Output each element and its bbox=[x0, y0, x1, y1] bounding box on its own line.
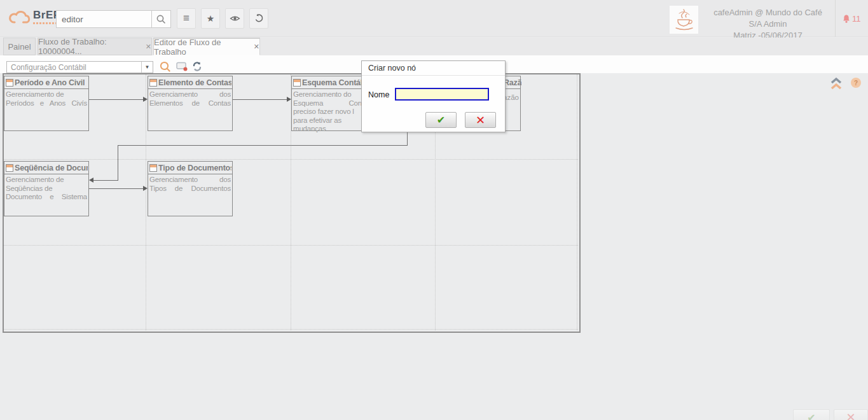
grid-row-divider bbox=[4, 159, 578, 160]
chevron-down-icon[interactable]: ▼ bbox=[141, 62, 153, 73]
arrowhead-icon bbox=[287, 97, 291, 102]
refresh-button[interactable] bbox=[192, 61, 202, 74]
collapse-header-button[interactable] bbox=[827, 76, 846, 92]
menu-icon: ≡ bbox=[183, 12, 189, 25]
zoom-icon bbox=[159, 60, 172, 73]
node-line: Períodos e Anos Civís bbox=[6, 99, 87, 108]
arrowhead-icon bbox=[89, 178, 93, 183]
connector-esquema-sequencia bbox=[407, 130, 408, 145]
eye-icon bbox=[230, 14, 240, 23]
user-role-line: cafeAdmin @ Mundo do Café S/A Admin bbox=[706, 7, 830, 30]
grid-column-divider bbox=[577, 74, 577, 330]
star-icon: ★ bbox=[207, 13, 215, 24]
node-description: Gerenciamento dos Elementos de Contas bbox=[148, 89, 232, 108]
node-header: Seqüência de Documento bbox=[4, 162, 88, 174]
menu-button[interactable]: ≡ bbox=[177, 8, 196, 29]
node-description: Gerenciamento de Períodos e Anos Civís bbox=[4, 89, 88, 108]
node-line: Elementos de Contas bbox=[149, 99, 231, 108]
node-description: Gerenciamento de Seqüências de Documento… bbox=[4, 174, 88, 202]
window-icon bbox=[149, 164, 157, 172]
global-search-input[interactable] bbox=[56, 10, 152, 28]
node-title: Esquema Contábil bbox=[302, 78, 369, 87]
dialog-title: Criar novo nó bbox=[362, 61, 505, 76]
node-title-fragment: Razã bbox=[504, 78, 521, 87]
tab-fluxo-de-trabalho[interactable]: Fluxo de Trabalho: 10000004... ✕ bbox=[38, 38, 152, 55]
name-label: Nome bbox=[368, 90, 389, 99]
node-line: Documento e Sistema bbox=[6, 193, 87, 202]
check-icon: ✔ bbox=[437, 114, 445, 126]
node-line: Gerenciamento dos bbox=[149, 176, 231, 185]
node-elemento-de-contas[interactable]: Elemento de Contas Gerenciamento dos Ele… bbox=[148, 76, 233, 131]
connector-esquema-sequencia bbox=[118, 145, 408, 146]
arrowhead-icon bbox=[143, 186, 148, 191]
tab-painel[interactable]: Painel bbox=[3, 38, 36, 55]
connector-periodo-elemento bbox=[89, 99, 143, 100]
views-button[interactable] bbox=[225, 8, 244, 29]
node-line: Tipos de Documentos bbox=[149, 185, 231, 193]
node-title: Elemento de Contas bbox=[158, 78, 231, 87]
node-line: Gerenciamento dos bbox=[149, 90, 231, 99]
notifications-button[interactable]: 11 bbox=[842, 14, 861, 24]
close-tab-icon[interactable]: ✕ bbox=[146, 43, 151, 51]
node-title: Tipo de Documentos bbox=[158, 164, 231, 172]
tenant-avatar[interactable] bbox=[670, 6, 698, 34]
help-button[interactable]: ? bbox=[851, 78, 861, 88]
dialog-confirm-button[interactable]: ✔ bbox=[425, 112, 457, 128]
window-icon bbox=[6, 164, 13, 172]
tab-editor-label: Editor de Fluxo de Trabalho bbox=[154, 38, 249, 57]
cross-icon: ✕ bbox=[476, 113, 485, 127]
node-line: Gerenciamento de bbox=[6, 90, 87, 99]
dialog-cancel-button[interactable]: ✕ bbox=[465, 112, 496, 128]
page-confirm-button[interactable]: ✔ bbox=[793, 409, 830, 420]
connector-elemento-esquema bbox=[233, 99, 287, 100]
page-cancel-button[interactable]: ✕ bbox=[834, 409, 868, 420]
connector-esquema-sequencia bbox=[93, 180, 118, 181]
search-button[interactable] bbox=[151, 10, 171, 28]
tab-bar: Painel Fluxo de Trabalho: 10000004... ✕ … bbox=[0, 38, 868, 55]
node-name-input[interactable] bbox=[395, 88, 489, 101]
search-icon bbox=[156, 14, 167, 25]
bell-icon bbox=[842, 14, 851, 24]
grid-row-divider bbox=[4, 329, 578, 330]
connector-esquema-sequencia bbox=[118, 145, 118, 180]
workflow-select-value: Configuração Contábil bbox=[7, 63, 141, 72]
history-icon bbox=[254, 13, 264, 24]
window-icon bbox=[293, 79, 301, 87]
notification-count: 11 bbox=[852, 14, 861, 24]
connector-sequencia-tipo bbox=[89, 188, 143, 189]
double-chevron-up-icon bbox=[827, 76, 846, 92]
header-divider bbox=[835, 0, 836, 37]
window-icon bbox=[6, 79, 13, 87]
history-button[interactable] bbox=[249, 8, 268, 29]
app-header: BrERP ≡ ★ bbox=[0, 0, 868, 37]
user-info[interactable]: cafeAdmin @ Mundo do Café S/A Admin Matr… bbox=[706, 7, 830, 41]
cross-icon: ✕ bbox=[846, 410, 855, 420]
check-icon: ✔ bbox=[807, 412, 815, 420]
new-node-icon bbox=[176, 62, 188, 71]
question-icon: ? bbox=[854, 80, 858, 87]
node-sequencia-documento[interactable]: Seqüência de Documento Gerenciamento de … bbox=[4, 161, 89, 216]
node-description: Gerenciamento dos Tipos de Documentos bbox=[148, 174, 232, 193]
node-line: Seqüências de bbox=[6, 185, 87, 193]
grid-row-divider bbox=[4, 245, 578, 246]
refresh-icon bbox=[192, 61, 202, 72]
arrowhead-icon bbox=[143, 97, 148, 102]
window-icon bbox=[149, 79, 157, 87]
favorites-button[interactable]: ★ bbox=[201, 8, 220, 29]
node-header: Tipo de Documentos bbox=[148, 162, 232, 174]
node-header: Elemento de Contas bbox=[148, 76, 232, 89]
cloud-logo-icon bbox=[8, 9, 33, 25]
node-tipo-documento[interactable]: Tipo de Documentos Gerenciamento dos Tip… bbox=[148, 161, 233, 216]
tab-editor-fluxo[interactable]: Editor de Fluxo de Trabalho ✕ bbox=[153, 38, 260, 55]
coffee-cup-logo bbox=[672, 7, 697, 32]
create-node-dialog: Criar novo nó Nome ✔ ✕ bbox=[361, 60, 506, 132]
tab-fluxo-label: Fluxo de Trabalho: 10000004... bbox=[38, 37, 141, 56]
node-header: Período e Ano Civil bbox=[4, 76, 88, 89]
tab-painel-label: Painel bbox=[8, 42, 31, 52]
node-periodo-ano-civil[interactable]: Período e Ano Civil Gerenciamento de Per… bbox=[4, 76, 89, 131]
close-tab-icon[interactable]: ✕ bbox=[254, 43, 259, 51]
node-title: Seqüência de Documento bbox=[15, 164, 88, 172]
grid-column-divider bbox=[146, 74, 146, 330]
workflow-select[interactable]: Configuração Contábil ▼ bbox=[6, 61, 153, 73]
new-node-button[interactable] bbox=[176, 62, 188, 74]
